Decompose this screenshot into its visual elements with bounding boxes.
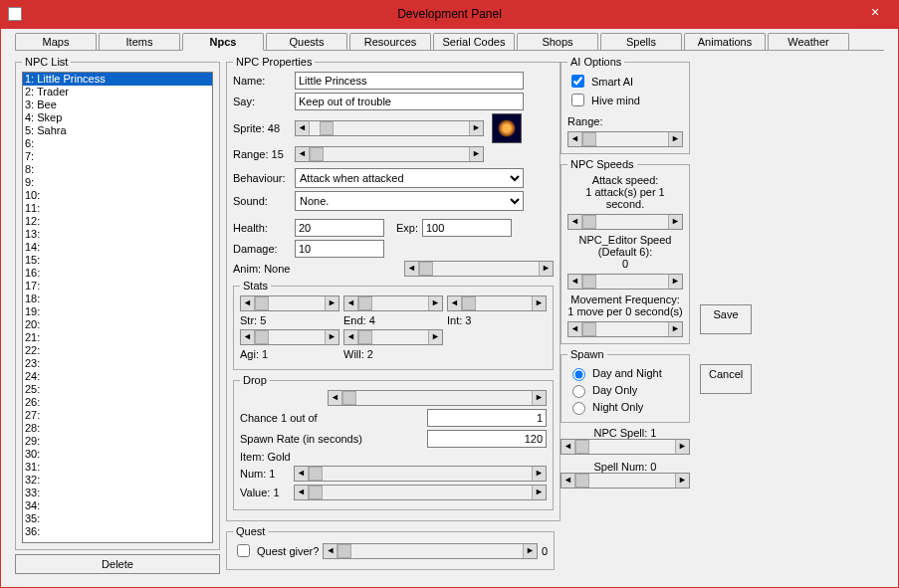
chance-input[interactable]: [427, 409, 547, 427]
list-item[interactable]: 1: Little Princess: [23, 73, 212, 86]
damage-label: Damage:: [233, 243, 291, 255]
int-label: Int: 3: [447, 314, 547, 326]
list-item[interactable]: 9:: [23, 176, 212, 189]
list-item[interactable]: 32:: [23, 474, 212, 487]
tab-weather[interactable]: Weather: [768, 33, 849, 51]
end-scroll[interactable]: ◄►: [343, 295, 443, 311]
spell-num-label: Spell Num: 0: [561, 461, 690, 473]
item-label: Item: Gold: [240, 451, 291, 463]
list-item[interactable]: 30:: [23, 448, 212, 461]
num-label: Num: 1: [240, 468, 290, 480]
spawnrate-input[interactable]: [427, 430, 547, 448]
range-scroll[interactable]: ◄►: [295, 146, 484, 162]
list-item[interactable]: 15:: [23, 254, 212, 267]
list-item[interactable]: 34:: [23, 499, 212, 512]
agi-scroll[interactable]: ◄►: [240, 329, 339, 345]
num-scroll[interactable]: ◄►: [294, 466, 547, 482]
drop-scroll[interactable]: ◄►: [328, 390, 547, 406]
ai-range-scroll[interactable]: ◄►: [567, 131, 683, 147]
tab-spells[interactable]: Spells: [600, 33, 682, 51]
list-item[interactable]: 7:: [23, 150, 212, 163]
health-label: Health:: [233, 222, 291, 234]
tab-npcs[interactable]: Npcs: [182, 33, 264, 51]
str-label: Str: 5: [240, 314, 339, 326]
app-icon: [8, 7, 22, 21]
cancel-button[interactable]: Cancel: [700, 364, 752, 394]
list-item[interactable]: 31:: [23, 461, 212, 474]
npc-listbox[interactable]: 1: Little Princess2: Trader3: Bee4: Skep…: [22, 72, 213, 543]
tab-serial-codes[interactable]: Serial Codes: [433, 33, 515, 51]
ai-range-label: Range:: [567, 115, 683, 127]
editor-speed-scroll[interactable]: ◄►: [567, 274, 683, 290]
list-item[interactable]: 18:: [23, 293, 212, 305]
delete-button[interactable]: Delete: [15, 554, 220, 574]
anim-scroll[interactable]: ◄►: [404, 261, 554, 277]
move-freq-scroll[interactable]: ◄►: [567, 321, 683, 337]
list-item[interactable]: 19:: [23, 305, 212, 318]
sprite-scroll[interactable]: ◄►: [295, 120, 484, 136]
list-item[interactable]: 2: Trader: [23, 86, 212, 98]
exp-input[interactable]: [422, 219, 512, 237]
will-scroll[interactable]: ◄►: [343, 329, 443, 345]
list-item[interactable]: 13:: [23, 228, 212, 241]
tab-shops[interactable]: Shops: [517, 33, 598, 51]
attack-speed-scroll[interactable]: ◄►: [567, 214, 683, 230]
tab-animations[interactable]: Animations: [684, 33, 766, 51]
list-item[interactable]: 23:: [23, 357, 212, 370]
tab-quests[interactable]: Quests: [266, 33, 347, 51]
quest-giver-checkbox[interactable]: Quest giver?: [233, 541, 319, 560]
list-item[interactable]: 20:: [23, 318, 212, 331]
npc-spell-scroll[interactable]: ◄►: [561, 439, 690, 455]
tab-maps[interactable]: Maps: [15, 33, 97, 51]
str-scroll[interactable]: ◄►: [240, 295, 339, 311]
list-item[interactable]: 26:: [23, 396, 212, 409]
smart-ai-checkbox[interactable]: Smart AI: [567, 72, 633, 91]
list-item[interactable]: 27:: [23, 409, 212, 422]
list-item[interactable]: 3: Bee: [23, 98, 212, 111]
tab-strip: MapsItemsNpcsQuestsResourcesSerial Codes…: [1, 29, 898, 51]
value-label: Value: 1: [240, 487, 290, 498]
stats-legend: Stats: [240, 280, 271, 292]
save-button[interactable]: Save: [700, 304, 752, 334]
spawn-option[interactable]: Day and Night: [567, 365, 683, 381]
say-input[interactable]: [295, 93, 524, 110]
window-titlebar: Development Panel ×: [0, 0, 899, 28]
list-item[interactable]: 14:: [23, 241, 212, 254]
list-item[interactable]: 33:: [23, 487, 212, 499]
close-icon[interactable]: ×: [863, 4, 887, 20]
list-item[interactable]: 10:: [23, 189, 212, 202]
list-item[interactable]: 21:: [23, 331, 212, 344]
spawn-option[interactable]: Day Only: [567, 382, 683, 398]
sound-label: Sound:: [233, 195, 291, 207]
list-item[interactable]: 29:: [23, 435, 212, 448]
list-item[interactable]: 11:: [23, 202, 212, 215]
behaviour-select[interactable]: Attack when attacked: [295, 168, 524, 188]
list-item[interactable]: 24:: [23, 370, 212, 383]
spawn-option[interactable]: Night Only: [567, 399, 683, 415]
list-item[interactable]: 8:: [23, 163, 212, 176]
list-item[interactable]: 16:: [23, 267, 212, 280]
sound-select[interactable]: None.: [295, 191, 524, 211]
list-item[interactable]: 12:: [23, 215, 212, 228]
list-item[interactable]: 25:: [23, 383, 212, 396]
tab-items[interactable]: Items: [99, 33, 180, 51]
list-item[interactable]: 35:: [23, 512, 212, 525]
hive-mind-checkbox[interactable]: Hive mind: [567, 91, 640, 109]
health-input[interactable]: [295, 219, 384, 237]
spawnrate-label: Spawn Rate (in seconds): [240, 433, 423, 445]
list-item[interactable]: 28:: [23, 422, 212, 435]
int-scroll[interactable]: ◄►: [447, 295, 547, 311]
value-scroll[interactable]: ◄►: [294, 485, 547, 500]
list-item[interactable]: 6:: [23, 137, 212, 150]
list-item[interactable]: 22:: [23, 344, 212, 357]
list-item[interactable]: 4: Skep: [23, 111, 212, 124]
list-item[interactable]: 36:: [23, 525, 212, 538]
list-item[interactable]: 17:: [23, 280, 212, 293]
spell-num-scroll[interactable]: ◄►: [561, 473, 690, 489]
end-label: End: 4: [343, 314, 443, 326]
name-input[interactable]: [295, 72, 524, 90]
damage-input[interactable]: [295, 240, 384, 258]
quest-scroll[interactable]: ◄►: [323, 543, 538, 559]
tab-resources[interactable]: Resources: [349, 33, 431, 51]
list-item[interactable]: 5: Sahra: [23, 124, 212, 137]
